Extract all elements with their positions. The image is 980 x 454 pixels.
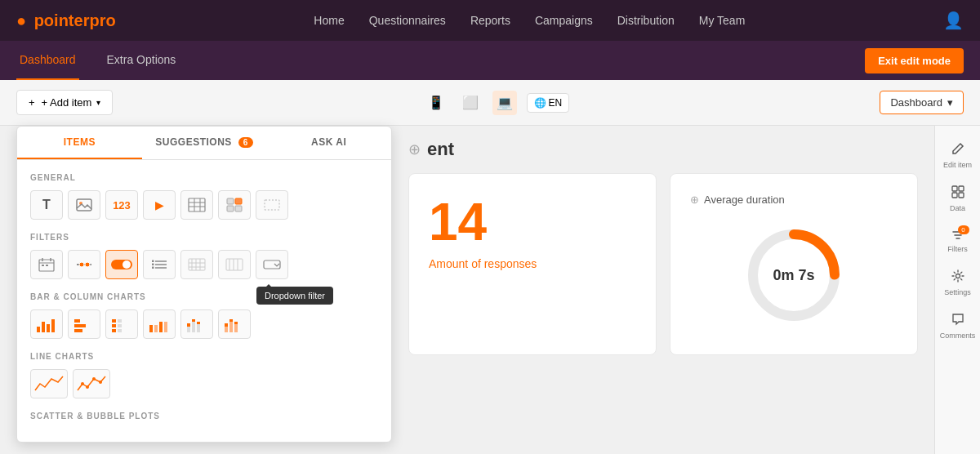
data-label: Data (950, 204, 965, 212)
bar-chart-3[interactable] (105, 309, 138, 339)
svg-rect-68 (234, 322, 238, 324)
bar-chart-5[interactable] (180, 309, 213, 339)
multi-filter[interactable] (180, 250, 213, 279)
dashboard-dropdown[interactable]: Dashboard ▾ (880, 91, 964, 114)
panel-tabs: ITEMS SUGGESTIONS 6 ASK AI (17, 127, 391, 160)
svg-point-69 (81, 382, 84, 385)
move-icon: ⊕ (690, 194, 699, 206)
dashboard-heading: ent (427, 139, 454, 160)
calendar-filter[interactable] (30, 250, 63, 279)
svg-rect-9 (227, 206, 234, 211)
comments-label: Comments (940, 332, 976, 340)
text-item[interactable]: T (30, 190, 63, 220)
svg-rect-40 (37, 327, 40, 332)
logo: ● pointerpro (16, 11, 116, 30)
panel-tab-suggestions[interactable]: SUGGESTIONS 6 (142, 127, 267, 159)
donut-container: 0m 7s (690, 216, 898, 335)
nav-distribution[interactable]: Distribution (617, 14, 675, 27)
tablet-device-button[interactable]: ⬜ (458, 91, 483, 115)
desktop-device-button[interactable]: 💻 (492, 91, 517, 115)
range-filter[interactable] (218, 250, 251, 279)
exit-edit-mode-button[interactable]: Exit edit mode (865, 48, 964, 73)
svg-rect-2 (189, 198, 205, 211)
svg-rect-28 (152, 267, 154, 269)
svg-point-70 (86, 385, 89, 389)
svg-rect-29 (189, 259, 205, 270)
filter-count-badge: 0 (958, 225, 969, 234)
subnav-extra-options[interactable]: Extra Options (104, 41, 180, 80)
toggle-filter[interactable] (105, 250, 138, 279)
svg-rect-16 (42, 265, 44, 266)
svg-rect-54 (154, 325, 158, 332)
number-item[interactable]: 123 (105, 190, 138, 220)
image-item[interactable] (68, 190, 100, 220)
svg-rect-58 (187, 323, 190, 327)
general-items-grid: T 123 ▶ (30, 190, 378, 220)
edit-item-action[interactable]: Edit item (937, 136, 979, 176)
toolbar: + + Add item ▾ 📱 ⬜ 💻 🌐 EN Dashboard ▾ (0, 80, 980, 126)
svg-rect-50 (118, 324, 122, 327)
bar-chart-1[interactable] (30, 309, 63, 339)
play-item[interactable]: ▶ (143, 190, 176, 220)
bar-chart-4[interactable] (143, 309, 176, 339)
suggestions-badge: 6 (238, 137, 253, 148)
svg-point-20 (85, 262, 90, 267)
panel-tab-ask-ai[interactable]: ASK AI (266, 127, 391, 159)
line-chart-1[interactable] (30, 369, 68, 398)
responses-value: 14 (429, 194, 636, 251)
add-widget-icon[interactable]: ⊕ (408, 140, 421, 158)
svg-point-22 (122, 260, 131, 269)
chevron-down-icon: ▾ (96, 98, 100, 107)
line-chart-2[interactable] (73, 369, 110, 398)
settings-icon (951, 269, 964, 286)
bar-chart-2[interactable] (68, 309, 100, 339)
grid-item[interactable] (218, 190, 251, 220)
panel-tab-items[interactable]: ITEMS (17, 127, 142, 159)
nav-reports[interactable]: Reports (470, 14, 510, 27)
svg-rect-66 (229, 319, 233, 322)
donut-chart: 0m 7s (741, 222, 847, 328)
svg-rect-59 (192, 322, 195, 332)
svg-rect-26 (152, 260, 154, 263)
svg-rect-8 (235, 198, 242, 204)
duration-header: ⊕ Average duration (690, 194, 785, 206)
subnav-dashboard[interactable]: Dashboard (16, 41, 79, 80)
svg-rect-10 (235, 206, 242, 211)
line-charts-items-grid (30, 369, 378, 398)
comments-icon (951, 313, 964, 329)
svg-rect-63 (225, 327, 228, 332)
add-item-button[interactable]: + + Add item ▾ (16, 90, 113, 115)
user-avatar-icon[interactable]: 👤 (943, 11, 964, 30)
bar-chart-6[interactable] (218, 309, 251, 339)
responses-widget: 14 Amount of responses (408, 173, 657, 355)
nav-home[interactable]: Home (314, 14, 344, 27)
duration-value: 0m 7s (773, 267, 814, 284)
svg-rect-65 (229, 322, 233, 332)
nav-myteam[interactable]: My Team (699, 14, 746, 27)
nav-links: Home Questionnaires Reports Campaigns Di… (314, 13, 745, 28)
comments-action[interactable]: Comments (937, 306, 979, 346)
filters-action[interactable]: 0 Filters (937, 222, 979, 260)
nav-questionnaires[interactable]: Questionnaires (369, 14, 446, 27)
svg-rect-67 (234, 324, 238, 332)
svg-rect-17 (46, 265, 48, 266)
data-action[interactable]: Data (937, 179, 979, 219)
language-selector[interactable]: 🌐 EN (527, 93, 570, 113)
mobile-device-button[interactable]: 📱 (424, 91, 448, 115)
rectangle-item[interactable] (256, 190, 288, 220)
list-filter[interactable] (143, 250, 176, 279)
filters-items-grid: Dropdown filter (30, 250, 378, 279)
svg-rect-64 (225, 323, 228, 327)
nav-campaigns[interactable]: Campaigns (535, 14, 593, 27)
slider-filter[interactable] (68, 250, 100, 279)
line-charts-section-label: LINE CHARTS (30, 352, 378, 361)
panel-content: GENERAL T 123 ▶ FILTERS (17, 160, 391, 442)
svg-point-19 (79, 262, 84, 267)
svg-rect-49 (112, 324, 116, 327)
table-item[interactable] (180, 190, 213, 220)
svg-rect-47 (112, 319, 116, 323)
dropdown-filter[interactable]: Dropdown filter (256, 250, 288, 279)
settings-action[interactable]: Settings (937, 263, 979, 303)
duration-widget: ⊕ Average duration 0m 7s (670, 173, 918, 355)
svg-rect-51 (112, 329, 116, 332)
